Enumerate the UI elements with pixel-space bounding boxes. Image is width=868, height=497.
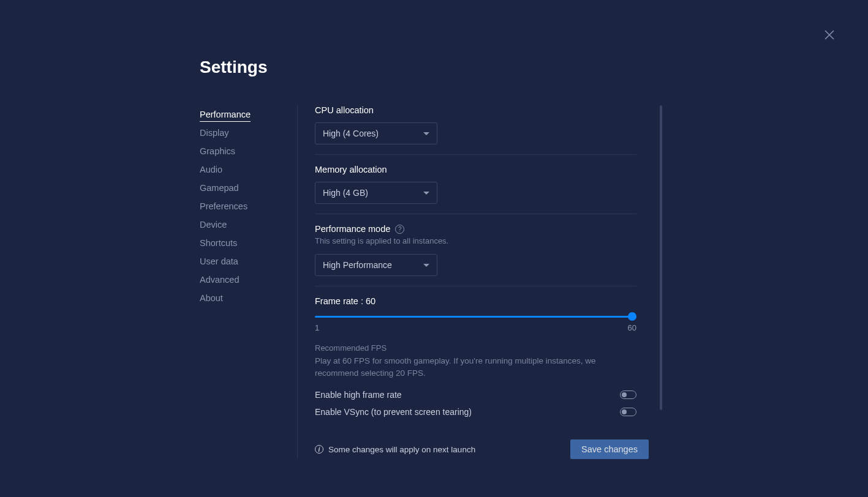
scrollbar[interactable] — [660, 105, 662, 410]
performance-mode-select[interactable]: High Performance — [315, 254, 437, 276]
recommended-fps-text: Play at 60 FPS for smooth gameplay. If y… — [315, 355, 633, 379]
footer-note: i Some changes will apply on next launch — [315, 445, 475, 454]
frame-rate-slider[interactable] — [315, 312, 636, 321]
save-changes-button[interactable]: Save changes — [570, 439, 649, 459]
select-value: High (4 Cores) — [323, 129, 379, 138]
sidebar-item-about[interactable]: About — [200, 289, 291, 307]
frame-rate-label: Frame rate : 60 — [315, 296, 636, 306]
sidebar-item-gamepad[interactable]: Gamepad — [200, 179, 291, 197]
info-icon: i — [315, 445, 323, 454]
sidebar-item-performance[interactable]: Performance — [200, 105, 291, 124]
toggle-label-vsync: Enable VSync (to prevent screen tearing) — [315, 407, 472, 417]
select-value: High Performance — [323, 260, 392, 270]
sidebar: Performance Display Graphics Audio Gamep… — [200, 105, 298, 459]
sidebar-item-label: User data — [200, 256, 238, 266]
slider-thumb[interactable] — [628, 312, 636, 321]
cpu-allocation-select[interactable]: High (4 Cores) — [315, 122, 437, 144]
content-panel: CPU allocation High (4 Cores) Memory all… — [315, 105, 649, 459]
sidebar-item-display[interactable]: Display — [200, 124, 291, 142]
sidebar-item-label: Performance — [200, 110, 251, 122]
sidebar-item-preferences[interactable]: Preferences — [200, 197, 291, 215]
slider-min: 1 — [315, 323, 319, 332]
sidebar-item-shortcuts[interactable]: Shortcuts — [200, 234, 291, 252]
performance-mode-label: Performance mode ? — [315, 224, 636, 234]
select-value: High (4 GB) — [323, 188, 368, 198]
sidebar-item-user-data[interactable]: User data — [200, 252, 291, 271]
chevron-down-icon — [423, 192, 429, 195]
slider-bounds: 1 60 — [315, 323, 636, 332]
sidebar-item-advanced[interactable]: Advanced — [200, 271, 291, 289]
page-title: Settings — [200, 58, 668, 77]
sidebar-item-label: Advanced — [200, 275, 240, 285]
sidebar-item-label: Shortcuts — [200, 238, 237, 248]
memory-allocation-label: Memory allocation — [315, 165, 636, 174]
close-icon — [824, 29, 835, 40]
sidebar-item-device[interactable]: Device — [200, 215, 291, 234]
sidebar-item-label: Gamepad — [200, 183, 239, 193]
memory-allocation-select[interactable]: High (4 GB) — [315, 182, 437, 204]
toggle-vsync[interactable] — [620, 408, 636, 416]
sidebar-item-label: Display — [200, 128, 229, 138]
toggle-high-frame-rate[interactable] — [620, 390, 636, 399]
sidebar-item-label: Preferences — [200, 201, 247, 211]
close-button[interactable] — [824, 29, 839, 44]
cpu-allocation-label: CPU allocation — [315, 105, 636, 115]
toggle-label-high-frame-rate: Enable high frame rate — [315, 390, 402, 400]
slider-max: 60 — [628, 323, 636, 332]
sidebar-item-graphics[interactable]: Graphics — [200, 142, 291, 160]
help-icon[interactable]: ? — [395, 225, 404, 234]
recommended-fps-title: Recommended FPS — [315, 343, 636, 353]
chevron-down-icon — [423, 264, 429, 267]
performance-mode-sublabel: This setting is applied to all instances… — [315, 236, 636, 245]
slider-track — [315, 316, 636, 318]
chevron-down-icon — [423, 132, 429, 135]
sidebar-item-label: Audio — [200, 165, 222, 174]
sidebar-item-label: Graphics — [200, 146, 235, 156]
sidebar-item-label: Device — [200, 220, 227, 230]
sidebar-item-label: About — [200, 293, 223, 303]
sidebar-item-audio[interactable]: Audio — [200, 160, 291, 179]
